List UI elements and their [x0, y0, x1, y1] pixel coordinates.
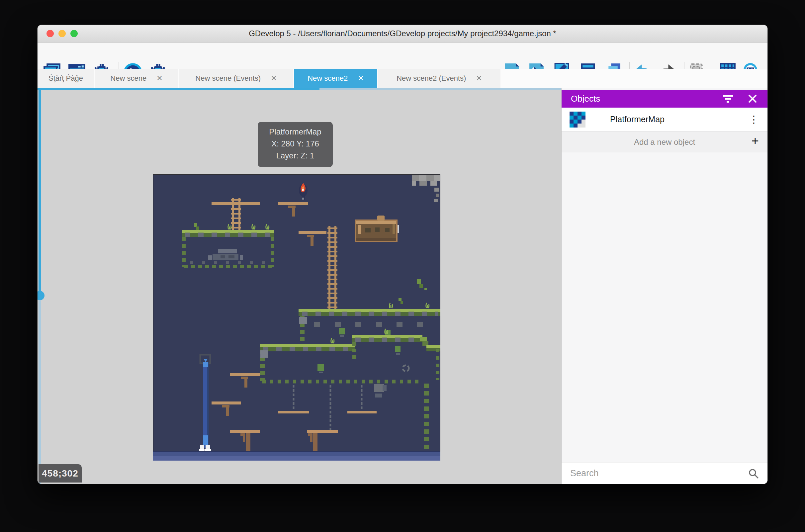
tab-label: New scene2: [308, 74, 348, 83]
tab-close-icon[interactable]: ✕: [476, 74, 482, 83]
filter-icon[interactable]: [722, 94, 734, 103]
vertical-scrollbar[interactable]: [39, 90, 41, 291]
desktop: GDevelop 5 - /Users/florian/Documents/GD…: [0, 0, 805, 532]
wood-platform: [278, 202, 308, 205]
close-panel-icon[interactable]: [748, 94, 757, 103]
floor: [153, 451, 440, 461]
wood-platform: [212, 401, 241, 404]
platformer-map-instance[interactable]: [153, 174, 440, 461]
tab-close-icon[interactable]: ✕: [358, 74, 364, 83]
cursor-coordinates-badge: 458;302: [39, 464, 82, 482]
main-toolbar: 1:1: [38, 42, 767, 69]
tab-label: New scene2 (Events): [397, 74, 466, 83]
objects-panel: Objects: [561, 88, 767, 484]
object-thumbnail: [570, 112, 586, 128]
tab-new-scene2[interactable]: New scene2 ✕: [294, 69, 377, 88]
window-title: GDevelop 5 - /Users/florian/Documents/GD…: [38, 29, 767, 38]
gdevelop-window: GDevelop 5 - /Users/florian/Documents/GD…: [38, 25, 767, 484]
tab-label: Śţàŕţ Ṗàĝē: [49, 74, 83, 83]
vertical-scroll-handle[interactable]: [38, 291, 44, 300]
wood-platform: [299, 231, 326, 234]
tab-close-icon[interactable]: ✕: [156, 74, 162, 83]
vertical-scrollbar[interactable]: [39, 300, 41, 484]
wood-platform: [230, 373, 260, 376]
tab-label: New scene (Events): [195, 74, 261, 83]
tooltip-position: X: 280 Y: 176: [258, 138, 333, 150]
tab-bar: Śţàŕţ Ṗàĝē New scene ✕ New scene (Events…: [38, 69, 767, 88]
tab-new-scene2-events[interactable]: New scene2 (Events) ✕: [378, 69, 500, 88]
title-bar: GDevelop 5 - /Users/florian/Documents/GD…: [38, 25, 767, 42]
objects-panel-title: Objects: [571, 94, 600, 104]
tooltip-layer: Layer: Z: 1: [258, 150, 333, 162]
tab-new-scene-events[interactable]: New scene (Events) ✕: [179, 69, 293, 88]
tab-start-page[interactable]: Śţàŕţ Ṗàĝē: [38, 69, 94, 88]
object-list-item-platformermap[interactable]: PlatformerMap ⋮: [561, 108, 767, 132]
object-name: PlatformerMap: [610, 115, 665, 124]
tab-label: New scene: [110, 74, 147, 83]
object-menu-icon[interactable]: ⋮: [749, 114, 759, 125]
objects-panel-header: Objects: [561, 90, 767, 108]
horizontal-scrollbar[interactable]: [38, 88, 561, 90]
tab-close-icon[interactable]: ✕: [271, 74, 276, 83]
search-icon[interactable]: [748, 468, 759, 479]
objects-search-input[interactable]: [570, 468, 748, 478]
add-object-plus-icon[interactable]: +: [751, 134, 759, 148]
instance-tooltip: PlatformerMap X: 280 Y: 176 Layer: Z: 1: [258, 122, 333, 167]
add-new-object-label: Add a new object: [634, 137, 695, 147]
objects-search-bar: [561, 462, 767, 484]
tab-new-scene[interactable]: New scene ✕: [95, 69, 178, 88]
scene-editor-canvas[interactable]: PlatformerMap X: 280 Y: 176 Layer: Z: 1 …: [38, 90, 561, 484]
tooltip-object-name: PlatformerMap: [258, 126, 333, 138]
add-new-object-row[interactable]: Add a new object +: [561, 132, 767, 152]
